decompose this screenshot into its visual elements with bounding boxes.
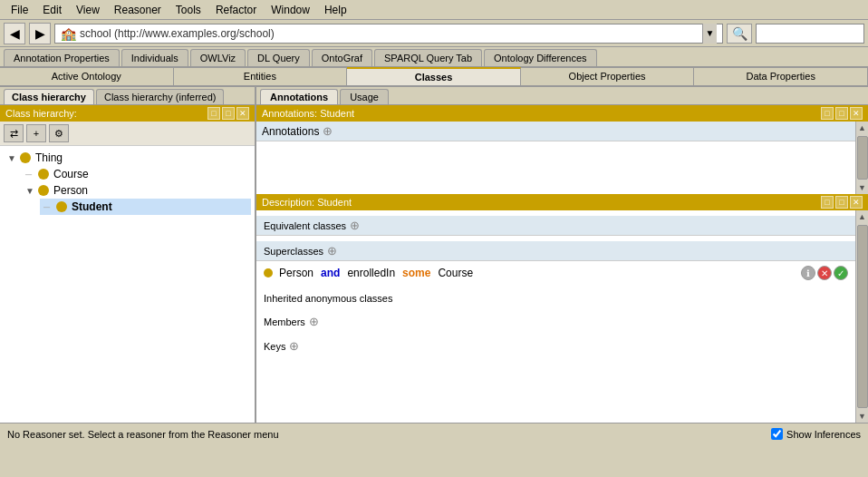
superclass-entry[interactable]: Person and enrolledIn some Course ℹ ✕ ✓ [256,263,855,283]
status-message: No Reasoner set. Select a reasoner from … [7,429,279,440]
address-text: school (http://www.examples.org/school) [80,27,699,40]
annotations-row-label: Annotations [262,125,319,138]
menu-window[interactable]: Window [264,2,317,18]
superclass-icon-remove[interactable]: ✕ [817,266,832,280]
superclasses-row: Superclasses ⊕ [256,241,855,261]
circle-thing [20,152,31,163]
second-tab-row: Active Ontology Entities Classes Object … [0,67,868,87]
panel-icon-close[interactable]: ✕ [236,107,249,120]
tab-ontology-differences[interactable]: Ontology Differences [484,49,597,66]
annotations-title: Annotations: Student [262,108,354,119]
menu-view[interactable]: View [69,2,107,18]
desc-icon-minimize[interactable]: □ [821,196,834,209]
tab-annotation-properties[interactable]: Annotation Properties [4,49,120,66]
subtab-usage[interactable]: Usage [340,89,389,104]
tree-label-thing: Thing [35,151,63,164]
address-bar: 🏫 school (http://www.examples.org/school… [54,24,723,44]
scroll-up-arrow[interactable]: ▲ [858,122,866,134]
desc-icon-maximize[interactable]: □ [835,196,848,209]
superclass-course: Course [438,267,473,279]
tab-ontograf[interactable]: OntoGraf [312,49,372,66]
description-title: Description: Student [262,197,352,208]
circle-student [56,201,67,212]
members-add[interactable]: ⊕ [309,315,319,328]
description-body: Equivalent classes ⊕ Superclasses ⊕ Pers… [256,210,868,423]
desc-scroll-up[interactable]: ▲ [858,210,866,223]
menu-file[interactable]: File [4,2,35,18]
keys-label: Keys [264,341,285,352]
search-input[interactable] [756,24,864,44]
annotations-header: Annotations: Student □ □ ✕ [256,105,868,122]
panel-toolbar: ⇄ + ⚙ [0,122,255,146]
tab2-active-ontology[interactable]: Active Ontology [0,67,174,85]
superclass-some-keyword: some [402,267,430,279]
equivalent-classes-row: Equivalent classes ⊕ [256,216,855,236]
config-btn[interactable]: ⚙ [49,124,69,142]
description-content: Equivalent classes ⊕ Superclasses ⊕ Pers… [256,210,855,423]
scroll-thumb[interactable] [857,136,868,180]
ann-icon-minimize[interactable]: □ [821,107,834,120]
superclass-person: Person [279,267,313,279]
tab-dl-query[interactable]: DL Query [247,49,310,66]
panel-header-icons: □ □ ✕ [207,107,249,120]
subtab-annotations[interactable]: Annotations [260,89,338,104]
superclasses-label: Superclasses [264,246,323,257]
keys-add[interactable]: ⊕ [289,339,299,353]
tab2-object-properties[interactable]: Object Properties [521,67,695,85]
tab2-entities[interactable]: Entities [174,67,348,85]
tree-label-person: Person [53,184,88,197]
tree-label-student: Student [72,200,112,213]
desc-scroll-down[interactable]: ▼ [858,410,866,423]
tab2-classes[interactable]: Classes [347,67,521,85]
superclass-icon-edit[interactable]: ✓ [834,266,848,280]
tab2-data-properties[interactable]: Data Properties [694,67,868,85]
ann-icon-maximize[interactable]: □ [835,107,848,120]
tab-owlviz[interactable]: OWLViz [190,49,246,66]
annotations-section: Annotations: Student □ □ ✕ Annotations ⊕… [256,105,868,194]
annotations-add-btn[interactable]: ⊕ [323,124,333,138]
forward-button[interactable]: ▶ [29,23,51,44]
tree-item-student[interactable]: ─ Student [40,199,251,215]
left-panel-header: Class hierarchy: □ □ ✕ [0,105,255,122]
equivalent-classes-add[interactable]: ⊕ [350,219,360,232]
back-button[interactable]: ◀ [4,23,25,44]
add-class-btn[interactable]: + [26,124,46,142]
panel-icon-minimize[interactable]: □ [207,107,220,120]
description-scrollbar: ▲ ▼ [855,210,868,423]
tree-item-thing[interactable]: ▼ Thing [4,150,251,166]
superclass-icon-info[interactable]: ℹ [801,266,815,280]
desc-icon-close[interactable]: ✕ [850,196,863,209]
tab-class-hierarchy-inferred[interactable]: Class hierarchy (inferred) [96,89,224,104]
menu-reasoner[interactable]: Reasoner [107,2,169,18]
annotation-content: Annotations ⊕ [256,122,855,194]
superclass-circle [264,268,273,277]
superclasses-add[interactable]: ⊕ [327,244,337,258]
tab-class-hierarchy[interactable]: Class hierarchy [4,89,94,104]
tree-item-course[interactable]: ─ Course [22,166,251,182]
menu-help[interactable]: Help [317,2,354,18]
annotations-scrollbar: ▲ ▼ [855,122,868,194]
desc-scroll-thumb[interactable] [857,225,868,408]
menu-refactor[interactable]: Refactor [208,2,264,18]
right-sub-tabs: Annotations Usage [256,87,868,105]
description-header: Description: Student □ □ ✕ [256,194,868,210]
scroll-down-arrow[interactable]: ▼ [858,181,866,194]
address-dropdown[interactable]: ▼ [702,24,717,44]
sync-btn[interactable]: ⇄ [4,124,24,142]
search-icon-button[interactable]: 🔍 [727,24,752,44]
menu-tools[interactable]: Tools [169,2,208,18]
circle-person [38,185,49,196]
tab-sparql[interactable]: SPARQL Query Tab [374,49,482,66]
statusbar: No Reasoner set. Select a reasoner from … [0,423,868,444]
menu-edit[interactable]: Edit [35,2,69,18]
panel-icon-maximize[interactable]: □ [222,107,235,120]
show-inferences-checkbox[interactable] [771,428,783,440]
tab-individuals[interactable]: Individuals [121,49,188,66]
ann-icon-close[interactable]: ✕ [850,107,863,120]
right-panel: Annotations Usage Annotations: Student □… [256,87,868,423]
tree-item-person[interactable]: ▼ Person [22,182,251,199]
members-label: Members [264,316,305,327]
description-section: Description: Student □ □ ✕ Equivalent cl… [256,194,868,423]
tree-line-student: ─ [43,202,54,212]
annotations-header-icons: □ □ ✕ [821,107,863,120]
